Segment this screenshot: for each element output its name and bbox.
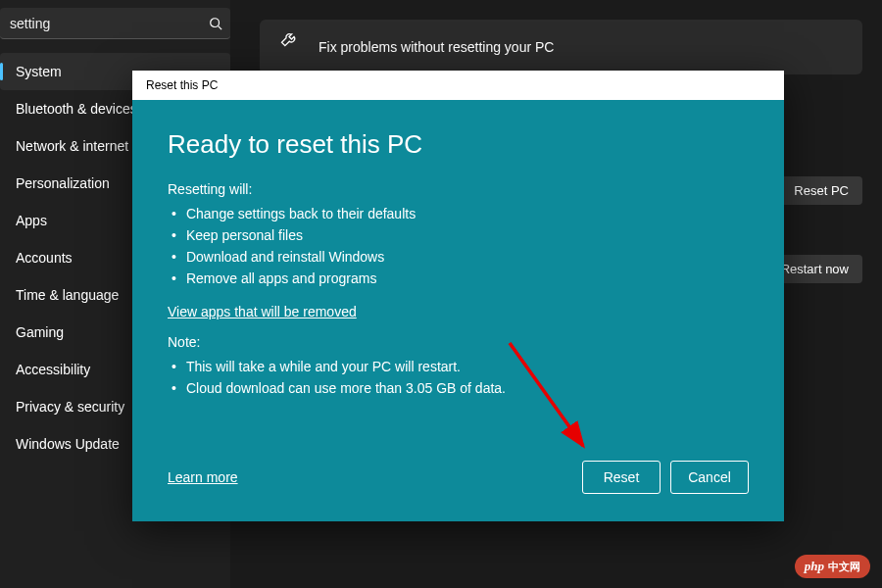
list-item: Cloud download can use more than 3.05 GB…: [168, 377, 749, 399]
list-item: This will take a while and your PC will …: [168, 356, 749, 377]
note-list: This will take a while and your PC will …: [168, 356, 749, 399]
resetting-will-label: Resetting will:: [168, 181, 749, 197]
wrench-icon: [279, 29, 299, 49]
reset-pc-button[interactable]: Reset PC: [780, 176, 862, 205]
reset-dialog: Reset this PC Ready to reset this PC Res…: [132, 71, 784, 521]
list-item: Download and reinstall Windows: [168, 246, 749, 268]
fix-problems-label: Fix problems without resetting your PC: [279, 39, 843, 55]
list-item: Keep personal files: [168, 224, 749, 246]
note-label: Note:: [168, 334, 749, 350]
svg-point-0: [211, 19, 220, 27]
dialog-heading: Ready to reset this PC: [168, 129, 749, 160]
cancel-button[interactable]: Cancel: [670, 461, 749, 494]
learn-more-link[interactable]: Learn more: [168, 469, 238, 485]
search-input[interactable]: [0, 8, 230, 39]
svg-line-1: [219, 26, 222, 30]
reset-actions-list: Change settings back to their defaults K…: [168, 203, 749, 289]
view-apps-link[interactable]: View apps that will be removed: [168, 304, 357, 319]
watermark-badge: php中文网: [795, 555, 870, 578]
list-item: Change settings back to their defaults: [168, 203, 749, 224]
dialog-titlebar: Reset this PC: [132, 71, 784, 100]
reset-button[interactable]: Reset: [582, 461, 661, 494]
list-item: Remove all apps and programs: [168, 268, 749, 289]
search-icon[interactable]: [201, 8, 230, 39]
